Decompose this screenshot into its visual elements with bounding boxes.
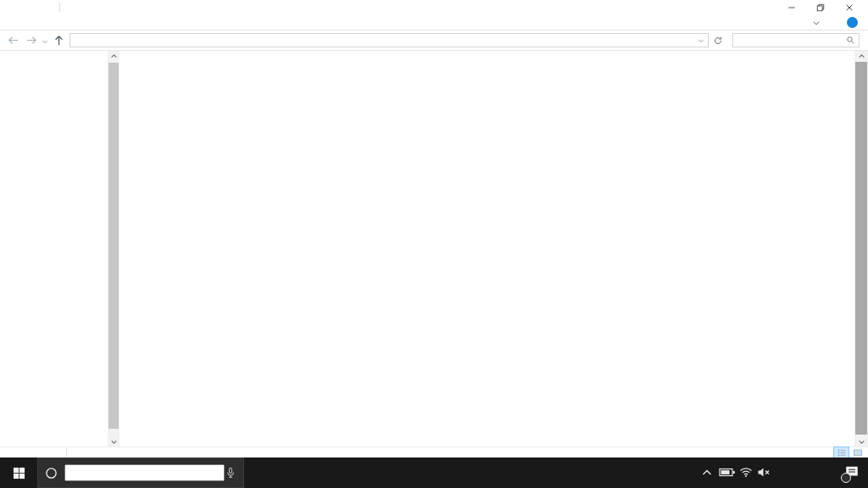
tray-chevron-up-icon[interactable] (700, 467, 714, 478)
sidebar-scroll-up-icon[interactable] (108, 51, 120, 61)
search-magnifier-icon[interactable] (846, 36, 855, 45)
recent-locations-chevron-icon[interactable] (42, 38, 48, 45)
forward-arrow-icon[interactable] (25, 34, 38, 47)
address-dropdown-chevron-icon[interactable] (698, 37, 704, 44)
file-list-pane (120, 51, 854, 446)
ribbon-tab-bar (0, 14, 868, 30)
navigation-pane (0, 51, 108, 446)
sidebar-scroll-down-icon[interactable] (108, 436, 120, 446)
address-field[interactable] (70, 33, 709, 47)
refresh-icon[interactable] (713, 36, 723, 46)
up-arrow-icon[interactable] (53, 34, 65, 47)
quick-access-star-icon (75, 36, 85, 45)
main-scrollbar-thumb[interactable] (855, 62, 867, 435)
explorer-folder-icon (7, 3, 17, 13)
qat-customize-chevron-icon[interactable] (50, 3, 57, 13)
ribbon-collapse-chevron-icon[interactable] (812, 19, 821, 27)
battery-icon[interactable] (719, 467, 736, 478)
back-arrow-icon[interactable] (7, 34, 19, 47)
qat-newfolder-icon[interactable] (37, 3, 47, 13)
close-button[interactable] (835, 0, 864, 14)
help-icon[interactable] (847, 17, 858, 28)
titlebar-divider (59, 3, 60, 12)
cortana-icon (45, 467, 58, 480)
sidebar-scrollbar[interactable] (108, 51, 120, 446)
main-scrollbar[interactable] (854, 51, 868, 446)
notification-badge (841, 473, 851, 483)
start-button[interactable] (0, 458, 37, 488)
taskbar-search-input[interactable] (64, 464, 225, 481)
main-scroll-up-icon[interactable] (854, 51, 868, 61)
statusbar-divider (66, 448, 67, 458)
title-bar (0, 0, 868, 14)
file-explorer-window (0, 0, 868, 488)
main-scroll-down-icon[interactable] (854, 436, 868, 446)
search-box[interactable] (732, 33, 860, 47)
microphone-icon[interactable] (225, 466, 236, 480)
taskbar (0, 458, 868, 488)
main-area (0, 51, 868, 446)
restore-button[interactable] (806, 0, 835, 14)
qat-properties-icon[interactable] (23, 3, 33, 13)
minimize-button[interactable] (777, 0, 806, 14)
volume-muted-icon[interactable] (757, 467, 771, 478)
search-input[interactable] (738, 35, 840, 47)
status-bar (0, 446, 868, 458)
taskbar-search-box[interactable] (37, 458, 244, 488)
sidebar-scrollbar-thumb[interactable] (108, 63, 119, 429)
address-bar (0, 30, 868, 51)
wifi-icon[interactable] (739, 467, 753, 478)
